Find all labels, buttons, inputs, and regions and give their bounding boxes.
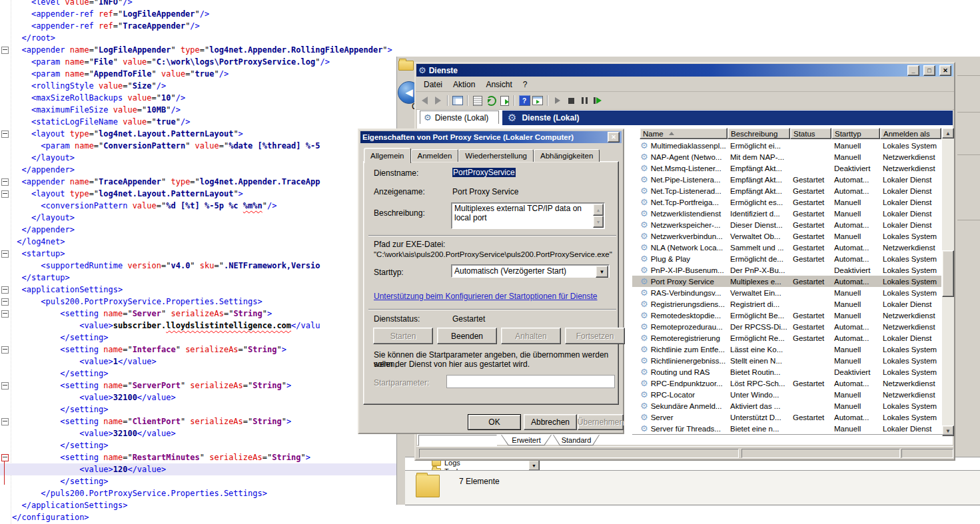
fold-collapse-icon[interactable] [1, 131, 9, 138]
fold-collapse-icon-active[interactable] [1, 454, 9, 461]
tab-wiederherstellung[interactable]: Wiederherstellung [458, 149, 534, 162]
resume-service-button[interactable]: Fortsetzen [565, 328, 625, 344]
fold-collapse-icon[interactable] [1, 47, 9, 54]
service-row[interactable]: ⚙Plug & PlayErmöglicht de...GestartetAut… [632, 253, 941, 264]
close-icon[interactable]: ✕ [608, 132, 620, 142]
code-line: <setting name="ClientPort" serializeAs="… [12, 415, 291, 427]
separator [368, 309, 616, 310]
service-row[interactable]: ⚙RPC-LocatorUnter Windo...ManuellNetzwer… [632, 389, 941, 400]
menu-item-aktion[interactable]: Aktion [448, 79, 480, 91]
service-row[interactable]: ⚙Server für Threads...Bietet eine n...Ma… [632, 423, 941, 434]
close-button[interactable]: ✕ [939, 65, 951, 76]
code-line: <param name="AppendToFile" value="true"/… [12, 68, 229, 80]
tab-abhangigkeiten[interactable]: Abhängigkeiten [534, 149, 600, 162]
column-header-name[interactable]: Name [640, 128, 728, 139]
service-row[interactable]: ⚙ServerUnterstützt D...GestartetAutomat.… [632, 411, 941, 423]
service-row[interactable]: ⚙Net.Msmq-Listener...Empfängt Akt...Deak… [632, 162, 941, 174]
code-line: </applicationSettings> [12, 499, 127, 511]
service-gear-icon: ⚙ [640, 232, 648, 240]
services-titlebar[interactable]: ⚙ Dienste _ □ ✕ [416, 64, 953, 77]
menu-item-datei[interactable]: Datei [418, 79, 448, 91]
ok-button[interactable]: OK [468, 414, 521, 430]
scroll-up-icon[interactable]: ▲ [593, 204, 604, 216]
service-row[interactable]: ⚙NetzwerklistendienstIdentifiziert d...G… [632, 208, 941, 219]
service-row[interactable]: ⚙Remotedesktopdie...Ermöglicht Be...Gest… [632, 310, 941, 321]
minimize-button[interactable]: _ [907, 65, 919, 76]
service-row[interactable]: ⚙Multimediaklassenpl...Ermöglicht ei...M… [632, 140, 941, 151]
menu-item-?[interactable]: ? [518, 79, 533, 91]
view-tab-standard[interactable]: Standard [553, 435, 600, 445]
fold-collapse-icon[interactable] [1, 346, 9, 354]
view-tab-erweitert[interactable]: Erweitert [501, 435, 552, 445]
combobox-dropdown-icon[interactable]: ▼ [596, 266, 608, 278]
start-service-button[interactable]: Starten [373, 328, 433, 344]
fold-collapse-icon[interactable] [1, 286, 9, 294]
scroll-down-icon[interactable]: ▼ [593, 216, 604, 228]
dialog-titlebar[interactable]: Eigenschaften von Port Proxy Service (Lo… [360, 131, 622, 143]
properties-list-icon[interactable] [472, 95, 484, 107]
export-list-icon[interactable] [498, 95, 510, 107]
service-name-value[interactable]: PortProxyService [452, 168, 516, 177]
service-row[interactable]: ⚙PnP-X-IP-Busenum...Der PnP-X-Bu...Deakt… [632, 264, 941, 276]
fold-collapse-icon[interactable] [1, 178, 9, 186]
forward-icon[interactable] [432, 95, 444, 107]
menu-item-ansicht[interactable]: Ansicht [480, 79, 517, 91]
scrollbar-thumb[interactable] [942, 250, 954, 297]
start-params-label: Startparameter: [374, 378, 429, 388]
refresh-icon[interactable] [485, 95, 497, 107]
pause-service-icon[interactable] [578, 95, 590, 107]
column-header-starttyp[interactable]: Starttyp [831, 128, 880, 139]
service-row[interactable]: ⚙Net.Pipe-Listenera...Empfängt Akt...Ges… [632, 174, 941, 185]
dropdown-arrow-button[interactable]: ▼ [528, 460, 540, 471]
maximize-button[interactable]: □ [923, 65, 935, 76]
service-row[interactable]: ⚙Richtlinie zum Entfe...Lässt eine Ko...… [632, 344, 941, 355]
fold-collapse-icon[interactable] [1, 310, 9, 318]
start-params-input[interactable] [446, 375, 615, 388]
help-icon[interactable]: ? [518, 95, 530, 107]
service-row[interactable]: ⚙Richtlinienergebniss...Stellt einen N..… [632, 355, 941, 366]
code-line: </setting> [12, 368, 109, 380]
service-row[interactable]: ⚙Net.Tcp-Listenerad...Empfängt Akt...Ges… [632, 185, 941, 196]
pause-service-button[interactable]: Anhalten [501, 328, 561, 344]
description-field[interactable]: Multiplexes external TCP/IP data on loca… [451, 202, 605, 229]
column-header-beschreibung[interactable]: Beschreibung [728, 128, 790, 139]
service-row[interactable]: ⚙Registrierungsdiens...Registriert di...… [632, 298, 941, 310]
fold-collapse-icon[interactable] [1, 418, 9, 425]
service-row[interactable]: ⚙Net.Tcp-Portfreiga...Ermöglicht es...Ge… [632, 196, 941, 208]
window-title: Dienste [429, 66, 458, 75]
column-header-anmelden-als[interactable]: Anmelden als [880, 128, 941, 139]
service-row[interactable]: ⚙Sekundäre Anmeld...Aktiviert das ...Man… [632, 400, 941, 411]
tab-anmelden[interactable]: Anmelden [411, 149, 459, 162]
restart-service-icon[interactable] [592, 95, 604, 107]
console-tree-root[interactable]: ⚙ Dienste (Lokal) [420, 111, 499, 124]
tab-allgemein[interactable]: Allgemein [364, 148, 411, 163]
fold-collapse-icon[interactable] [1, 190, 9, 198]
service-row[interactable]: ⚙RemoteregistrierungErmöglicht Re...Gest… [632, 332, 941, 344]
start-type-combobox[interactable]: Automatisch (Verzögerter Start) ▼ [451, 264, 610, 278]
startup-options-help-link[interactable]: Unterstützung beim Konfigurieren der Sta… [374, 292, 598, 301]
service-row[interactable]: ⚙NAP-Agent (Netwo...Mit dem NAP-...Manue… [632, 151, 941, 162]
show-console-tree-icon[interactable] [452, 95, 464, 107]
stop-service-button[interactable]: Beenden [437, 328, 497, 344]
back-icon[interactable] [418, 95, 430, 107]
fold-collapse-icon[interactable] [1, 250, 9, 258]
service-row[interactable]: ⚙RPC-Endpunktzuor...Löst RPC-Sch...Gesta… [632, 378, 941, 389]
extended-view-icon[interactable] [532, 95, 544, 107]
scroll-up-button[interactable]: ▲ [942, 128, 954, 138]
fold-collapse-icon[interactable] [1, 382, 9, 390]
service-row[interactable]: ⚙NLA (Network Loca...Sammelt und ...Gest… [632, 242, 941, 253]
column-header-status[interactable]: Status [790, 128, 831, 139]
apply-button[interactable]: Übernehmen [578, 414, 624, 430]
service-row[interactable]: ⚙Netzwerkverbindun...Verwaltet Ob...Gest… [632, 230, 941, 242]
service-row-selected[interactable]: ⚙Port Proxy ServiceMultiplexes e...Gesta… [632, 276, 941, 287]
service-row[interactable]: ⚙RAS-Verbindungsv...Verwaltet Ein...Manu… [632, 287, 941, 298]
service-row[interactable]: ⚙Netzwerkspeicher-...Dieser Dienst...Ges… [632, 219, 941, 230]
service-row[interactable]: ⚙Remoteprozedurau...Der RPCSS-Di...Gesta… [632, 321, 941, 332]
service-row[interactable]: ⚙Routing und RASBietet Routin...Deaktivi… [632, 366, 941, 378]
vertical-scrollbar[interactable]: ▲ ▼ [942, 128, 954, 436]
cancel-button[interactable]: Abbrechen [524, 414, 577, 430]
stop-service-icon[interactable] [565, 95, 577, 107]
start-service-icon[interactable] [552, 95, 564, 107]
code-line: <setting name="Interface" serializeAs="S… [12, 344, 286, 356]
fold-collapse-icon[interactable] [1, 298, 9, 306]
